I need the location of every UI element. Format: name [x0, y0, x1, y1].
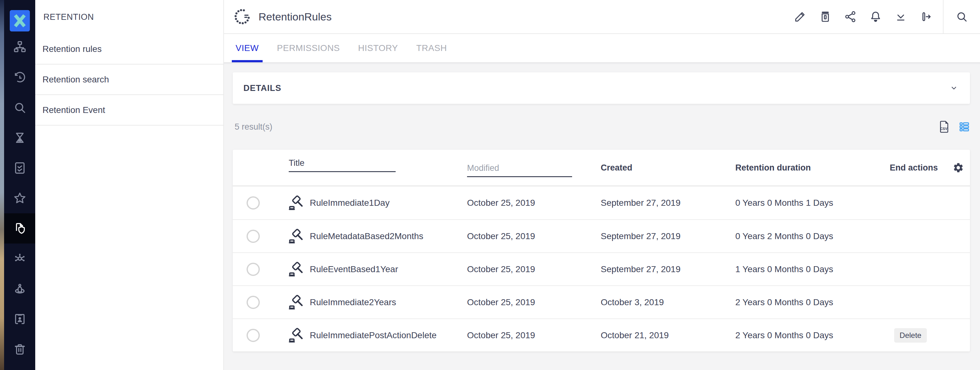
table-row[interactable]: RuleEventBased1Year October 25, 2019 Sep…: [233, 252, 970, 285]
app-logo[interactable]: [10, 10, 30, 32]
sidebar-item-administration[interactable]: [4, 274, 35, 304]
row-modified: October 25, 2019: [467, 198, 601, 208]
share-button[interactable]: [838, 0, 863, 33]
details-title: DETAILS: [243, 83, 282, 93]
column-header-created[interactable]: Created: [601, 163, 632, 172]
sidebar-item-workflow[interactable]: [4, 153, 35, 183]
row-radio[interactable]: [247, 263, 260, 276]
hub-icon: [13, 251, 27, 266]
row-created: September 27, 2019: [601, 198, 735, 208]
chevron-down-icon: [948, 83, 959, 93]
row-created: October 3, 2019: [601, 297, 735, 308]
sidebar-menu: [4, 32, 35, 364]
column-header-modified[interactable]: Modified: [467, 163, 572, 177]
row-modified: October 25, 2019: [467, 297, 601, 308]
column-header-end-actions[interactable]: End actions: [890, 163, 938, 173]
row-created: October 21, 2019: [601, 330, 735, 340]
table-row[interactable]: RuleImmediate2Years October 25, 2019 Oct…: [233, 285, 970, 318]
gavel-icon: [289, 262, 304, 277]
hourglass-icon: [13, 131, 27, 145]
results-table: Title Modified Created Retention duratio…: [233, 150, 970, 351]
row-title-link[interactable]: RuleImmediate1Day: [310, 198, 390, 208]
row-radio[interactable]: [247, 196, 260, 209]
row-title-link[interactable]: RuleEventBased1Year: [310, 264, 398, 274]
sidebar-item-collections[interactable]: [4, 244, 35, 274]
row-title-link[interactable]: RuleMetadataBased2Months: [310, 231, 423, 241]
tab-trash[interactable]: TRASH: [413, 34, 451, 62]
notifications-button[interactable]: [863, 0, 888, 33]
column-header-title[interactable]: Title: [289, 158, 396, 172]
tree-icon: [13, 40, 27, 54]
share-icon: [844, 10, 857, 23]
row-duration: 2 Years 0 Months 0 Days: [735, 297, 874, 308]
row-title-link[interactable]: RuleImmediatePostActionDelete: [310, 330, 436, 340]
column-settings-button[interactable]: [953, 162, 964, 173]
gavel-icon: [289, 195, 304, 211]
export-button[interactable]: [913, 0, 939, 33]
row-modified: October 25, 2019: [467, 231, 601, 241]
panel-item-retention-search[interactable]: Retention search: [35, 64, 223, 95]
download-icon: [894, 10, 907, 23]
export-csv-button[interactable]: CSV: [938, 120, 950, 134]
sidebar-item-tasks[interactable]: [4, 123, 35, 153]
sidebar-item-profile[interactable]: [4, 304, 35, 334]
gear-icon: [953, 162, 964, 173]
sidebar-item-retention[interactable]: [4, 213, 35, 244]
row-radio[interactable]: [247, 296, 260, 309]
x-logo-icon: [10, 11, 30, 31]
trash-icon: [819, 10, 832, 23]
sidebar-item-search[interactable]: [4, 92, 35, 123]
table-row[interactable]: RuleImmediatePostActionDelete October 25…: [233, 318, 970, 351]
retention-panel: RETENTION Retention rules Retention sear…: [35, 0, 224, 370]
row-radio[interactable]: [247, 230, 260, 243]
download-button[interactable]: [888, 0, 913, 33]
admin-user-icon: [13, 282, 27, 296]
row-modified: October 25, 2019: [467, 264, 601, 274]
column-header-retention-duration[interactable]: Retention duration: [735, 163, 811, 172]
star-icon: [13, 191, 27, 206]
sidebar-item-trash[interactable]: [4, 334, 35, 364]
panel-item-retention-event[interactable]: Retention Event: [35, 95, 223, 126]
document-search-button[interactable]: [943, 0, 980, 33]
search-icon: [955, 10, 968, 23]
table-row[interactable]: RuleImmediate1Day October 25, 2019 Septe…: [233, 186, 970, 219]
bell-icon: [869, 10, 882, 23]
row-duration: 2 Years 0 Months 0 Days: [735, 330, 874, 340]
desktop-wallpaper-sliver: [0, 0, 4, 370]
row-title-link[interactable]: RuleImmediate2Years: [310, 297, 396, 308]
row-created: September 27, 2019: [601, 231, 735, 241]
app-sidebar: [4, 0, 35, 370]
results-count: 5 result(s): [235, 122, 272, 132]
list-view-toggle[interactable]: [959, 121, 970, 132]
move-right-icon: [919, 10, 932, 23]
svg-text:CSV: CSV: [940, 127, 948, 131]
id-card-icon: [13, 312, 27, 326]
document-tabs: VIEW PERMISSIONS HISTORY TRASH: [224, 34, 980, 62]
sidebar-item-browse[interactable]: [4, 32, 35, 62]
sidebar-item-favorites[interactable]: [4, 183, 35, 213]
pencil-icon: [794, 10, 807, 23]
table-row[interactable]: RuleMetadataBased2Months October 25, 201…: [233, 219, 970, 252]
sidebar-item-recent[interactable]: [4, 62, 35, 92]
gavel-icon: [289, 228, 304, 244]
details-section[interactable]: DETAILS: [233, 72, 970, 104]
edit-button[interactable]: [788, 0, 813, 33]
checklist-icon: [13, 161, 27, 175]
row-duration: 0 Years 2 Months 0 Days: [735, 231, 874, 241]
tab-permissions[interactable]: PERMISSIONS: [273, 34, 344, 62]
gavel-icon: [289, 295, 304, 310]
row-created: September 27, 2019: [601, 264, 735, 274]
row-radio[interactable]: [247, 329, 260, 342]
gavel-icon: [289, 327, 304, 343]
tab-history[interactable]: HISTORY: [355, 34, 402, 62]
trash-icon: [13, 342, 27, 356]
app-window: RETENTION Retention rules Retention sear…: [0, 0, 980, 370]
tab-view[interactable]: VIEW: [232, 34, 262, 62]
csv-file-icon: CSV: [938, 120, 950, 134]
document-header: RetentionRules: [224, 0, 980, 34]
list-view-icon: [959, 121, 970, 132]
panel-item-retention-rules[interactable]: Retention rules: [35, 34, 223, 64]
row-modified: October 25, 2019: [467, 330, 601, 340]
delete-button[interactable]: [813, 0, 838, 33]
retention-shield-icon: [13, 221, 27, 236]
